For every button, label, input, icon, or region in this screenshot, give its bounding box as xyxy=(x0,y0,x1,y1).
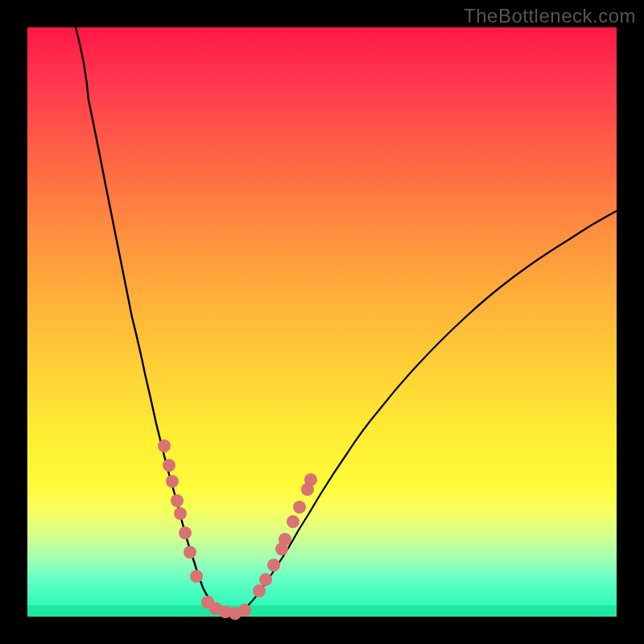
marker-dot xyxy=(287,515,299,528)
marker-dot xyxy=(171,494,184,507)
marker-dot xyxy=(293,501,306,514)
chart-frame: TheBottleneck.com xyxy=(0,0,644,644)
marker-dot xyxy=(304,473,317,486)
marker-dot xyxy=(279,533,291,546)
marker-dot xyxy=(174,507,187,520)
bottleneck-curve xyxy=(27,27,617,617)
marker-dot xyxy=(190,570,203,583)
marker-dot xyxy=(238,604,251,617)
marker-dot xyxy=(163,459,175,472)
marker-dot xyxy=(267,559,280,572)
marker-dot xyxy=(179,526,192,539)
plot-area xyxy=(27,27,617,617)
watermark-text: TheBottleneck.com xyxy=(464,5,636,27)
marker-dot xyxy=(259,573,272,586)
curve-right-branch xyxy=(238,211,617,613)
marker-dot xyxy=(253,584,266,597)
marker-dot xyxy=(158,440,171,452)
marker-dots xyxy=(158,440,317,620)
marker-dot xyxy=(166,475,179,488)
marker-dot xyxy=(184,546,196,559)
curve-left-branch xyxy=(76,27,198,575)
